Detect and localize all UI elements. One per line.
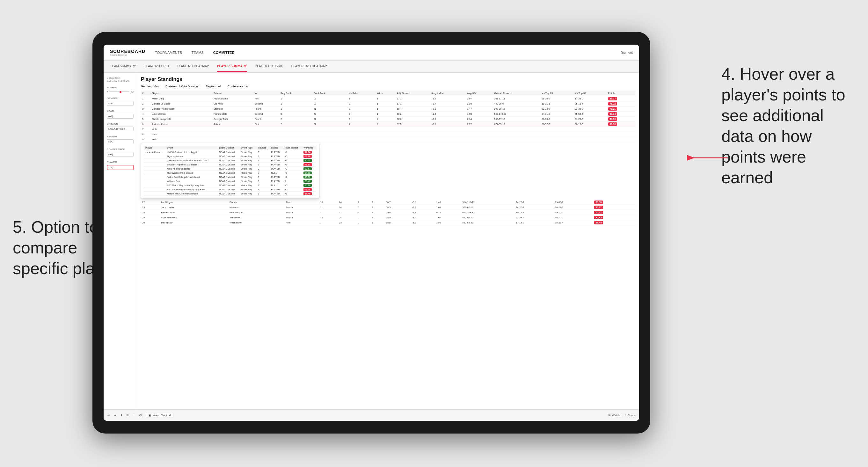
clock-btn[interactable]: ⏱ <box>139 414 142 417</box>
lower-points-cell[interactable]: 38.49 <box>593 220 635 225</box>
bottom-right: 👁 Watch ↗ Share <box>608 414 635 417</box>
th-num: # <box>141 91 151 96</box>
watch-btn[interactable]: 👁 Watch <box>608 414 620 417</box>
table-row: 8Mats <box>141 132 635 137</box>
nav-teams[interactable]: TEAMS <box>192 49 204 56</box>
conference-select[interactable]: (All) <box>107 152 133 157</box>
subnav-player-h2h-grid[interactable]: PLAYER H2H GRID <box>255 61 283 72</box>
sign-out-link[interactable]: Sign out <box>621 51 633 54</box>
redo-btn[interactable]: ↪ <box>114 414 116 417</box>
points-cell[interactable]: 70.21 <box>607 106 635 112</box>
lower-points-cell[interactable]: 60.02 <box>593 210 635 215</box>
app-subtitle: Powered by clipp <box>110 54 145 56</box>
popup-points-cell[interactable]: 22.64 <box>302 150 316 154</box>
popup-th-status: Status <box>269 146 283 150</box>
th-reg-rank: Reg Rank <box>279 91 312 96</box>
region-label: Region <box>107 135 133 138</box>
table-row: 3Michael ThorbjornsenStanfordFourth12101… <box>141 106 635 112</box>
popup-row: The Cypress Point ClassicNCAA Division I… <box>144 171 316 175</box>
subnav-team-h2h-grid[interactable]: TEAM H2H GRID <box>144 61 169 72</box>
rds-row: 4 52 <box>107 90 133 93</box>
th-conf-rank: Conf Rank <box>312 91 347 96</box>
popup-points-cell[interactable]: 16.50 <box>302 175 316 179</box>
points-cell[interactable]: 88.27 <box>607 96 635 101</box>
table-row: 4Luke ClantonFlorida StateSecond5272168.… <box>141 112 635 117</box>
popup-th-rounds: Rounds <box>256 146 269 150</box>
points-cell[interactable] <box>607 132 635 137</box>
points-cell[interactable] <box>607 127 635 132</box>
scene: 4. Hover over a player's points to see a… <box>0 0 868 467</box>
subnav-team-h2h-heatmap[interactable]: TEAM H2H HEATMAP <box>177 61 209 72</box>
popup-row: Wake Forest Invitational at Pinehurst No… <box>144 158 316 162</box>
popup-points-cell[interactable]: 40.71 <box>302 158 316 162</box>
popup-points-cell[interactable]: 30.47 <box>302 179 316 183</box>
lower-points-cell[interactable]: 80.95 <box>593 215 635 220</box>
more-btn[interactable]: ⋯ <box>132 414 135 417</box>
filter-region: Region: All <box>206 85 221 88</box>
conference-label: Conference <box>107 148 133 151</box>
table-row: 9Prest <box>141 137 635 142</box>
th-points: Points <box>607 91 635 96</box>
th-school: School <box>212 91 253 96</box>
table-row: 2Michael La SassoOle MissSecond1180167.1… <box>141 101 635 106</box>
gender-select[interactable]: Men <box>107 101 133 106</box>
subnav-player-h2h-heatmap[interactable]: PLAYER H2H HEATMAP <box>291 61 327 72</box>
tablet-screen: SCOREBOARD Powered by clipp TOURNAMENTS … <box>103 44 639 421</box>
view-original-btn[interactable]: ▣ View: Original <box>146 413 174 418</box>
lower-points-cell[interactable]: 80.58 <box>593 200 635 205</box>
lower-points-cell[interactable]: 80.27 <box>593 205 635 210</box>
popup-table-area: Player Event Event Division Event Type R… <box>141 143 319 198</box>
subnav-team-summary[interactable]: TEAM SUMMARY <box>110 61 136 72</box>
table-row: 1Wenyi DingArizona StateFirst1151167.1-3… <box>141 96 635 101</box>
player-label: Player <box>107 161 133 163</box>
subnav-player-summary[interactable]: PLAYER SUMMARY <box>217 61 247 72</box>
page-title: Player Standings <box>141 76 635 82</box>
no-rds-slider[interactable] <box>109 91 129 92</box>
player-select[interactable]: (All) <box>107 165 133 170</box>
popup-header-row: Player Event Event Division Event Type R… <box>144 146 316 150</box>
division-select[interactable]: NCAA Division I <box>107 127 133 131</box>
standings-table: # Player School Yr Reg Rank Conf Rank No… <box>141 91 635 142</box>
undo-btn[interactable]: ↩ <box>107 414 110 417</box>
points-cell[interactable]: 76.32 <box>607 101 635 106</box>
left-panel: Update time: 27/01/2024 16:56:26 No Rds.… <box>103 73 137 409</box>
share-btn[interactable]: ↗ Share <box>624 414 635 417</box>
th-player: Player <box>151 91 212 96</box>
popup-points-cell[interactable]: 37.57 <box>302 167 316 171</box>
region-section: Region N/A <box>107 135 133 144</box>
points-cell[interactable]: 88.94 <box>607 112 635 117</box>
table-row: 7Nichi <box>141 127 635 132</box>
popup-points-cell[interactable]: 25.98 <box>302 183 316 187</box>
lower-table-row: 24Bastien AmatNew MexicoFourth1272169.4-… <box>141 210 635 215</box>
nav-committee[interactable]: COMMITTEE <box>213 49 234 56</box>
view-icon: ▣ <box>149 414 151 417</box>
year-label: Year <box>107 110 133 113</box>
year-select[interactable]: (All) <box>107 114 133 119</box>
filter-conference: Conference: All <box>227 85 249 88</box>
points-cell[interactable]: 80.89 <box>607 117 635 122</box>
copy-btn[interactable]: ⧉ <box>127 413 128 417</box>
popup-table: Player Event Event Division Event Type R… <box>144 146 316 196</box>
th-wins: Wins <box>375 91 396 96</box>
table-row: 6Jackson KoivunAuburnFirst2271267.5-2.02… <box>141 122 635 127</box>
year-section: Year (All) <box>107 110 133 119</box>
points-cell[interactable]: 68.18 <box>607 122 635 127</box>
nav-tournaments[interactable]: TOURNAMENTS <box>155 49 182 56</box>
popup-points-cell[interactable]: 65.40 <box>302 192 316 196</box>
table-row: 5Christo LamprechtGeorgia TechFourth2212… <box>141 117 635 122</box>
th-vs50: Vs Top 50 <box>574 91 607 96</box>
popup-points-cell[interactable]: 53.60 <box>302 154 316 158</box>
popup-points-cell[interactable]: 56.18 <box>302 187 316 192</box>
download-btn[interactable]: ⬇ <box>120 414 123 417</box>
right-content: Player Standings Gender: Men Division: N… <box>137 73 639 409</box>
region-select[interactable]: N/A <box>107 139 133 144</box>
logo-area: SCOREBOARD Powered by clipp <box>110 49 145 56</box>
points-cell[interactable] <box>607 137 635 142</box>
lower-table-row: 22Ian GilliganFloridaThird10241168.7-0.8… <box>141 200 635 205</box>
popup-th-points: W Points <box>302 146 316 150</box>
nav-links: TOURNAMENTS TEAMS COMMITTEE <box>155 49 621 56</box>
th-overall: Overall Record <box>493 91 540 96</box>
popup-points-cell[interactable]: 73.33 <box>302 162 316 167</box>
popup-points-cell[interactable]: 24.11 <box>302 171 316 175</box>
arrow-right <box>689 153 728 162</box>
